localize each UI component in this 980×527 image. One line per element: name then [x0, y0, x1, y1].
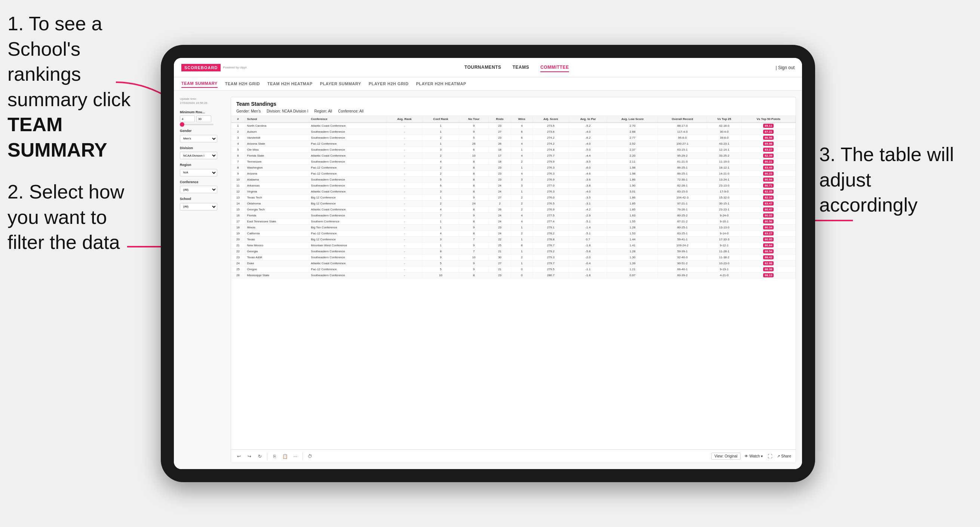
cell-overall: 117-4-0 [658, 129, 707, 135]
cell-avg-rank: - [387, 230, 423, 237]
view-button[interactable]: View: Original [711, 452, 741, 460]
cell-conference: Big 12 Conference [309, 237, 387, 243]
cell-school: Washington [245, 165, 309, 171]
cell-no-tour: 26 [459, 141, 489, 147]
cell-no-tour: 9 [459, 195, 489, 201]
cell-vs-top50: 83.27 [741, 147, 795, 153]
gender-select[interactable]: Men's Women's [180, 135, 217, 143]
share-button[interactable]: ↗Share [777, 454, 791, 458]
cell-overall: 59-39-1 [658, 249, 707, 254]
cell-avg-low: 1.98 [607, 165, 658, 171]
cell-avg-rank: - [387, 183, 423, 189]
conference-select[interactable]: (All) ACC SEC [180, 186, 217, 193]
tab-team-summary[interactable]: TEAM SUMMARY [181, 79, 218, 88]
cell-vs-top50: 88.38 [741, 267, 795, 273]
cell-vs-top25: 9-10-1 [707, 219, 741, 225]
cell-avg-par: -3.5 [569, 195, 607, 201]
cell-no-tour: 8 [459, 230, 489, 237]
cell-school: New Mexico [245, 243, 309, 249]
cell-wins: 4 [511, 153, 533, 159]
instruction-2-text: 2. Select how [8, 181, 124, 203]
cell-conference: Southeastern Conference [309, 213, 387, 219]
min-rounds-max-input[interactable] [196, 116, 211, 122]
cell-conf-rank: 1 [423, 129, 459, 135]
tab-player-h2h-grid[interactable]: PLAYER H2H GRID [369, 80, 409, 87]
cell-adj-score: 280.7 [533, 273, 569, 278]
cell-rank: 6 [231, 153, 245, 159]
cell-avg-rank: - [387, 243, 423, 249]
cell-no-tour: 9 [459, 225, 489, 230]
cell-avg-low: 0.97 [607, 273, 658, 278]
refresh-icon[interactable]: ↻ [256, 453, 263, 460]
tablet-screen: SCOREBOARD Powered by clippi TOURNAMENTS… [174, 58, 802, 469]
instruction-2: 2. Select how you want to filter the dat… [8, 179, 124, 255]
cell-avg-rank: - [387, 129, 423, 135]
cell-conference: Atlantic Coast Conference [309, 260, 387, 267]
cell-no-tour: 9 [459, 260, 489, 267]
cell-rnds: 24 [489, 213, 511, 219]
cell-rnds: 18 [489, 159, 511, 165]
tab-player-h2h-heatmap[interactable]: PLAYER H2H HEATMAP [416, 80, 466, 87]
instruction-1: 1. To see a School's rankings summary cl… [8, 11, 150, 163]
nav-tournaments[interactable]: TOURNAMENTS [465, 63, 501, 72]
cell-avg-low: 1.63 [607, 213, 658, 219]
cell-school: Oregon [245, 267, 309, 273]
watch-button[interactable]: 👁Watch▾ [745, 454, 763, 458]
cell-vs-top25: 11-28-1 [707, 249, 741, 254]
rounds-slider[interactable] [180, 124, 213, 125]
cell-wins: 4 [511, 213, 533, 219]
undo-icon[interactable]: ↩ [235, 453, 242, 460]
cell-avg-rank: - [387, 273, 423, 278]
copy-icon[interactable]: ⎘ [271, 453, 278, 460]
cell-vs-top50: 80.56 [741, 219, 795, 225]
instruction-3-text2: adjust accordingly [819, 169, 918, 216]
cell-avg-rank: - [387, 189, 423, 195]
nav-committee[interactable]: COMMITTEE [540, 63, 569, 72]
cell-no-tour: 8 [459, 273, 489, 278]
cell-rank: 11 [231, 183, 245, 189]
division-select[interactable]: NCAA Division I NCAA Division II NCAA Di… [180, 152, 217, 159]
cell-rnds: 24 [489, 183, 511, 189]
cell-adj-score: 279.5 [533, 267, 569, 273]
school-select[interactable]: (All) [180, 203, 217, 210]
paste-icon[interactable]: 📋 [282, 453, 288, 460]
redo-icon[interactable]: ↪ [246, 453, 253, 460]
tab-team-h2h-grid[interactable]: TEAM H2H GRID [225, 80, 260, 87]
cell-vs-top50: 82.34 [741, 195, 795, 201]
cell-vs-top50: 80.71 [741, 183, 795, 189]
more-icon[interactable]: ··· [292, 453, 299, 460]
cell-school: Virginia [245, 189, 309, 195]
region-select[interactable]: N/A All [180, 169, 217, 176]
cell-wins: 4 [511, 122, 533, 129]
nav-teams[interactable]: TEAMS [512, 63, 530, 72]
resize-icon[interactable]: ⛶ [767, 453, 773, 460]
tab-team-h2h-heatmap[interactable]: TEAM H2H HEATMAP [267, 80, 313, 87]
instruction-3-text: 3. The table will [819, 143, 954, 165]
col-vs-top50: Vs Top 50 Points [741, 116, 795, 122]
cell-vs-top50: 88.54 [741, 249, 795, 254]
cell-adj-score: 279.3 [533, 254, 569, 260]
sign-out-button[interactable]: | Sign out [776, 65, 795, 70]
cell-conf-rank: 4 [423, 207, 459, 213]
tab-player-summary[interactable]: PLAYER SUMMARY [320, 80, 361, 87]
cell-overall: 59-41-1 [658, 237, 707, 243]
cell-avg-low: 1.44 [607, 237, 658, 243]
cell-rank: 24 [231, 260, 245, 267]
cell-avg-low: 1.30 [607, 254, 658, 260]
cell-avg-par: -1.8 [569, 243, 607, 249]
min-rounds-min-input[interactable] [180, 116, 195, 122]
cell-avg-par: -0.4 [569, 260, 607, 267]
top-nav: SCOREBOARD Powered by clippi TOURNAMENTS… [174, 58, 802, 77]
cell-adj-score: 273.6 [533, 129, 569, 135]
cell-avg-par: -1.1 [569, 267, 607, 273]
cell-no-tour: 10 [459, 254, 489, 260]
clock-icon[interactable]: ⏱ [307, 453, 313, 460]
data-table-wrap[interactable]: # School Conference Avg. Rank Conf Rank … [231, 116, 795, 449]
cell-no-tour: 10 [459, 153, 489, 159]
cell-conference: Pac-12 Conference [309, 171, 387, 177]
cell-wins: 0 [511, 273, 533, 278]
cell-conf-rank: 4 [423, 159, 459, 165]
cell-overall: 109-24-2 [658, 243, 707, 249]
cell-conference: Big 12 Conference [309, 201, 387, 207]
cell-avg-par: -4.0 [569, 189, 607, 195]
